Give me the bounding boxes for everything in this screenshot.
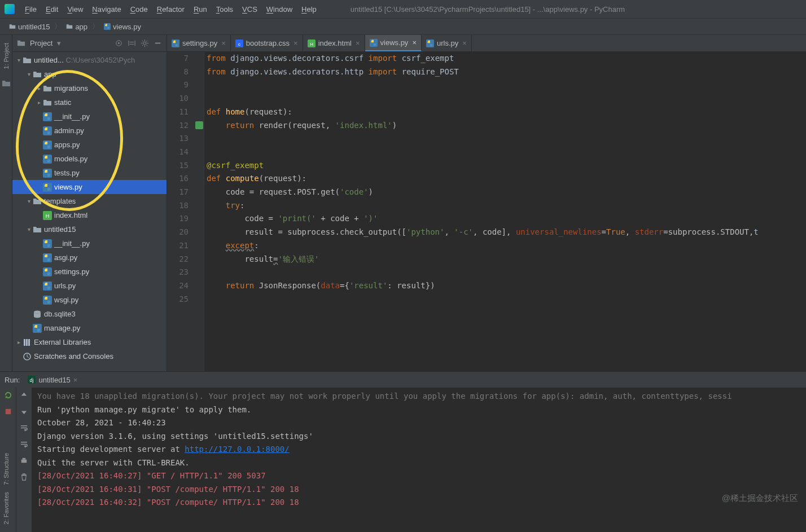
tree-untitled15[interactable]: ▾untitled15 [12, 222, 167, 236]
tree-__init__-py[interactable]: __init__.py [12, 236, 167, 250]
stop-icon[interactable] [4, 407, 12, 416]
run-panel: Run: untitled15 × You have 18 unapplied … [0, 371, 806, 532]
down-icon[interactable] [20, 407, 28, 416]
close-icon[interactable]: × [220, 39, 226, 47]
close-icon[interactable]: × [461, 39, 467, 47]
tree-scratches-and-consoles[interactable]: Scratches and Consoles [12, 349, 167, 363]
crumb-app[interactable]: app [64, 23, 90, 31]
menu-view[interactable]: View [63, 3, 87, 16]
menu-navigate[interactable]: Navigate [87, 3, 125, 16]
editor-area: settings.py×bootstrap.css×index.html×vie… [167, 35, 806, 371]
tree-app[interactable]: ▾app [12, 67, 167, 81]
wrap-icon[interactable] [20, 424, 28, 432]
tree-static[interactable]: ▸static [12, 95, 167, 109]
editor-tabs: settings.py×bootstrap.css×index.html×vie… [167, 35, 806, 52]
tree-templates[interactable]: ▾templates [12, 194, 167, 208]
tab-urls-py[interactable]: urls.py× [422, 35, 472, 51]
tree-wsgi-py[interactable]: wsgi.py [12, 293, 167, 307]
tree-tests-py[interactable]: tests.py [12, 166, 167, 180]
gear-icon[interactable] [141, 39, 149, 47]
menu-refactor[interactable]: Refactor [152, 3, 189, 16]
tab-index-html[interactable]: index.html× [303, 35, 365, 51]
left-tool-strip-bottom: 7: Structure 2: Favorites [0, 419, 12, 532]
code-editor[interactable]: 78910111213141516171819202122232425 from… [167, 52, 806, 371]
menu-edit[interactable]: Edit [41, 3, 63, 16]
menu-window[interactable]: Window [262, 3, 297, 16]
tree-__init__-py[interactable]: __init__.py [12, 109, 167, 124]
chevron-icon: 〉 [52, 21, 64, 32]
tree-index-html[interactable]: index.html [12, 208, 167, 222]
tree-apps-py[interactable]: apps.py [12, 138, 167, 152]
tab-bootstrap-css[interactable]: bootstrap.css× [231, 35, 303, 51]
rerun-icon[interactable] [4, 391, 12, 399]
run-label: Run: [5, 376, 20, 384]
project-tool-button[interactable]: 1: Project [3, 39, 10, 72]
tree-urls-py[interactable]: urls.py [12, 279, 167, 293]
run-header: Run: untitled15 × [0, 372, 806, 388]
collapse-icon[interactable] [128, 39, 136, 47]
tree-manage-py[interactable]: manage.py [12, 321, 167, 335]
close-icon[interactable]: × [411, 38, 417, 47]
tab-views-py[interactable]: views.py× [365, 35, 422, 51]
trash-icon[interactable] [20, 473, 28, 481]
run-tab[interactable]: untitled15 × [24, 375, 81, 385]
chevron-icon: 〉 [90, 21, 102, 32]
breadcrumb-bar: untitled15 〉 app 〉 views.py [0, 18, 806, 35]
wrap2-icon[interactable] [20, 440, 28, 449]
tree-asgi-py[interactable]: asgi.py [12, 250, 167, 265]
close-icon[interactable]: × [354, 39, 360, 47]
tree-db-sqlite3[interactable]: db.sqlite3 [12, 307, 167, 321]
tree-untitled-[interactable]: ▾untitled... C:\Users\30452\Pych [12, 53, 167, 67]
up-icon[interactable] [20, 391, 28, 399]
menu-help[interactable]: Help [297, 3, 321, 16]
close-icon[interactable]: × [73, 376, 78, 384]
run-toolbar-left2 [16, 388, 32, 532]
project-icon [17, 39, 25, 47]
project-sidebar: Project ▾ ▾untitled... C:\Users\30452\Py… [12, 35, 167, 371]
hide-icon[interactable] [154, 39, 162, 47]
crumb-file[interactable]: views.py [102, 23, 143, 31]
menu-code[interactable]: Code [126, 3, 152, 16]
window-title: untitled15 [C:\Users\30452\PycharmProjec… [351, 5, 625, 14]
tree-external-libraries[interactable]: ▸External Libraries [12, 335, 167, 349]
locate-icon[interactable] [115, 39, 123, 47]
left-tool-strip: 1: Project [0, 35, 12, 371]
tree-migrations[interactable]: ▸migrations [12, 81, 167, 95]
menu-vcs[interactable]: VCS [238, 3, 262, 16]
console-output[interactable]: You have 18 unapplied migration(s). Your… [32, 388, 806, 532]
tree-views-py[interactable]: views.py [12, 180, 167, 194]
favorites-tool-button[interactable]: 2: Favorites [3, 489, 10, 527]
crumb-project[interactable]: untitled15 [7, 23, 52, 31]
structure-tool-button[interactable]: 7: Structure [3, 450, 10, 489]
sidebar-header: Project ▾ [12, 35, 167, 52]
menu-bar: FileEditViewNavigateCodeRefactorRunTools… [0, 0, 806, 18]
tree-settings-py[interactable]: settings.py [12, 265, 167, 279]
tree-models-py[interactable]: models.py [12, 152, 167, 166]
menu-tools[interactable]: Tools [212, 3, 238, 16]
app-icon [5, 4, 15, 14]
menu-file[interactable]: File [20, 3, 41, 16]
menu-run[interactable]: Run [189, 3, 212, 16]
tab-settings-py[interactable]: settings.py× [167, 35, 231, 51]
sidebar-title: Project [30, 39, 52, 47]
close-icon[interactable]: × [292, 39, 298, 47]
tree-admin-py[interactable]: admin.py [12, 124, 167, 138]
print-icon[interactable] [20, 456, 28, 465]
watermark: @稀土掘金技术社区 [722, 493, 798, 504]
